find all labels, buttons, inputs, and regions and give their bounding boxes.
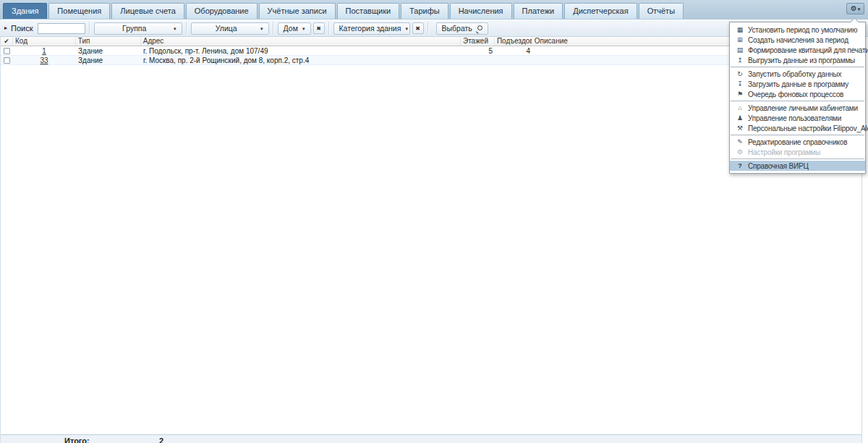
filter-label: Улица <box>197 24 256 33</box>
column-header-code[interactable]: Код <box>13 37 76 46</box>
cell-floors: 5 <box>461 46 495 55</box>
chevron-down-icon: ▾ <box>405 26 408 31</box>
menu-item-run-processing[interactable]: ↻Запустить обработку данных <box>730 69 865 79</box>
row-checkbox[interactable] <box>4 48 10 54</box>
menu-item-label: Очередь фоновых процессов <box>748 90 843 98</box>
menu-item-label: Установить период по умолчанию <box>748 26 857 34</box>
clear-building-category-button[interactable]: ✖ <box>412 22 424 34</box>
row-check-cell <box>1 56 13 64</box>
search-expander-icon[interactable]: ▸ <box>4 25 7 31</box>
search-label: Поиск <box>11 24 33 33</box>
filter-group[interactable]: Группа▾ <box>94 22 182 35</box>
menu-item-form-receipts[interactable]: ▤Формирование квитанций для печати <box>730 45 865 55</box>
column-header-floors[interactable]: Этажей <box>461 37 495 46</box>
column-header-entrances[interactable]: Подъездов <box>495 37 532 46</box>
chevron-down-icon: ▾ <box>174 26 176 31</box>
menu-item-set-default-period[interactable]: ▦Установить период по умолчанию <box>730 25 865 35</box>
tab-buildings[interactable]: Здания <box>3 3 47 19</box>
accruals-table-icon: ⊞ <box>736 37 744 43</box>
cell-floors <box>461 56 495 64</box>
export-icon: ↥ <box>736 57 744 64</box>
menu-item-label: Выгрузить данные из программы <box>748 56 855 64</box>
menu-item-label: Управление пользователями <box>748 114 841 122</box>
menu-item-label: Настройки программы <box>748 148 820 156</box>
menu-item-edit-references[interactable]: ✎Редактирование справочников <box>730 137 865 147</box>
total-count: 2 <box>159 436 163 443</box>
building-code-link[interactable]: 1 <box>42 47 46 55</box>
filter-building-category[interactable]: Категория здания▾ <box>333 22 410 35</box>
filter-house[interactable]: Дом▾ <box>278 22 311 35</box>
menu-separator <box>731 135 864 135</box>
cell-entrances <box>495 56 533 64</box>
printer-icon: ▤ <box>736 47 744 54</box>
toolbar-separator <box>186 22 187 35</box>
cell-entrances: 4 <box>495 46 533 55</box>
menu-separator <box>731 67 864 67</box>
tab-personal-accounts[interactable]: Лицевые счета <box>111 3 184 19</box>
menu-item-label: Формирование квитанций для печати <box>748 46 868 54</box>
toolbar-separator <box>427 22 429 35</box>
menu-item-help-virc[interactable]: ?Справочная ВИРЦ <box>730 161 865 171</box>
refresh-icon: ↻ <box>736 71 744 77</box>
grid-summary-row: Итого: 2 <box>1 434 861 443</box>
filter-street[interactable]: Улица▾ <box>191 22 269 35</box>
tab-tariffs[interactable]: Тарифы <box>401 3 448 19</box>
column-header-address[interactable]: Адрес <box>141 37 461 46</box>
tab-payments[interactable]: Платежи <box>514 3 563 19</box>
menu-item-manage-users[interactable]: ♟Управление пользователями <box>730 113 865 123</box>
menu-item-label: Управление личными кабинетами <box>748 104 858 112</box>
cell-type: Здание <box>76 56 141 64</box>
tab-reports[interactable]: Отчёты <box>639 3 684 19</box>
gear-menu-button[interactable]: ⚙ ▾ <box>846 3 864 14</box>
menu-item-label: Редактирование справочников <box>748 138 847 146</box>
menu-item-label: Создать начисления за период <box>748 36 848 44</box>
tab-dispatch[interactable]: Диспетчерская <box>564 3 637 19</box>
search-input[interactable] <box>38 23 85 34</box>
magnifier-icon <box>476 25 482 32</box>
column-header-check[interactable]: ✔ <box>1 37 13 46</box>
clear-house-button[interactable]: ✖ <box>313 22 325 34</box>
cell-address: г. Подольск, пр-т. Ленина, дом 107/49 <box>141 46 461 55</box>
tab-accruals[interactable]: Начисления <box>450 3 512 19</box>
gear-icon: ⚙ <box>851 5 857 12</box>
filter-area: Группа▾Улица▾Дом▾✖Категория здания▾✖ <box>85 22 424 35</box>
tab-suppliers[interactable]: Поставщики <box>337 3 400 19</box>
chevron-down-icon: ▾ <box>260 26 263 31</box>
gear-icon: ⚙ <box>736 149 744 156</box>
cell-code: 1 <box>13 46 76 55</box>
tab-equipment[interactable]: Оборудование <box>186 3 258 19</box>
cell-code: 33 <box>13 56 76 64</box>
building-code-link[interactable]: 33 <box>40 56 48 64</box>
menu-item-import-data[interactable]: ↧Загрузить данные в программу <box>730 79 865 89</box>
total-label: Итого: <box>64 436 90 443</box>
menu-item-manage-cabinets[interactable]: ⌂Управление личными кабинетами <box>730 103 865 113</box>
toolbar-separator <box>273 22 274 35</box>
user-icon: ♟ <box>736 115 744 122</box>
tab-bar: ЗданияПомещенияЛицевые счетаОборудование… <box>0 0 868 20</box>
filter-label: Группа <box>100 24 169 33</box>
pencil-icon: ✎ <box>736 139 744 145</box>
chevron-down-icon: ▾ <box>302 26 305 31</box>
menu-item-export-data[interactable]: ↥Выгрузить данные из программы <box>730 55 865 65</box>
row-checkbox[interactable] <box>4 57 10 64</box>
select-button[interactable]: Выбрать <box>436 22 488 35</box>
tab-premises[interactable]: Помещения <box>48 3 110 19</box>
flag-icon: ⚑ <box>736 91 744 98</box>
menu-separator <box>731 101 864 101</box>
menu-item-label: Справочная ВИРЦ <box>748 162 809 170</box>
tab-list: ЗданияПомещенияЛицевые счетаОборудование… <box>0 0 868 19</box>
menu-item-background-queue[interactable]: ⚑Очередь фоновых процессов <box>730 89 865 99</box>
toolbar-separator <box>328 22 330 35</box>
chevron-down-icon: ▾ <box>858 7 861 12</box>
question-icon: ? <box>736 163 744 169</box>
gear-menu: ▦Установить период по умолчанию⊞Создать … <box>729 22 866 174</box>
select-button-label: Выбрать <box>442 24 472 33</box>
cell-address: г. Москва, пр. 2-й Рощинский, дом 8, кор… <box>141 56 461 64</box>
filter-label: Категория здания <box>339 24 401 33</box>
wrench-icon: ⚒ <box>736 125 744 132</box>
column-header-type[interactable]: Тип <box>76 37 141 46</box>
menu-item-create-accruals[interactable]: ⊞Создать начисления за период <box>730 35 865 45</box>
tab-credentials[interactable]: Учётные записи <box>259 3 336 19</box>
calendar-icon: ▦ <box>736 27 744 33</box>
menu-item-personal-settings[interactable]: ⚒Персональные настройки Filippov_Aleksey <box>730 123 865 133</box>
